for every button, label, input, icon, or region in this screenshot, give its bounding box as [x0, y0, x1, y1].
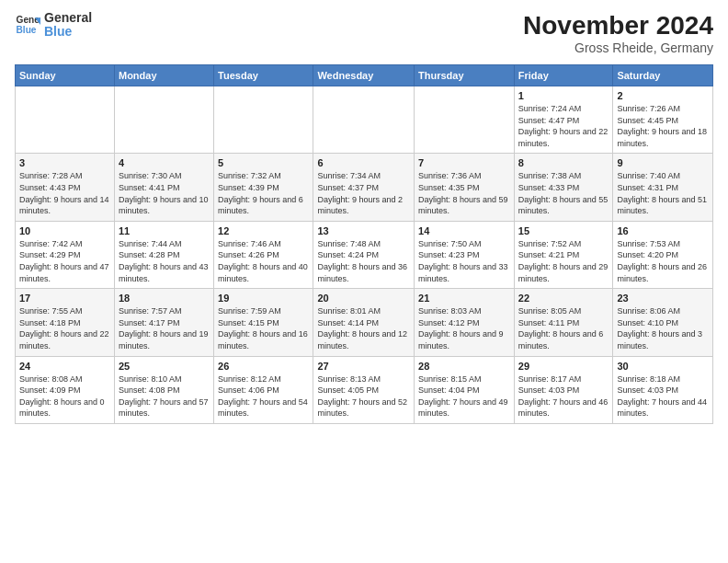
day-cell: 22Sunrise: 8:05 AMSunset: 4:11 PMDayligh… [514, 289, 613, 356]
day-cell: 10Sunrise: 7:42 AMSunset: 4:29 PMDayligh… [16, 221, 115, 288]
day-number: 22 [518, 293, 609, 304]
day-cell: 6Sunrise: 7:34 AMSunset: 4:37 PMDaylight… [313, 154, 415, 221]
day-cell: 7Sunrise: 7:36 AMSunset: 4:35 PMDaylight… [415, 154, 515, 221]
day-number: 30 [617, 361, 709, 372]
title-block: November 2024 Gross Rheide, Germany [523, 11, 713, 55]
day-info: Sunrise: 7:28 AMSunset: 4:43 PMDaylight:… [19, 170, 110, 216]
day-number: 13 [317, 225, 410, 236]
day-number: 19 [218, 293, 309, 304]
day-cell: 2Sunrise: 7:26 AMSunset: 4:45 PMDaylight… [613, 86, 713, 154]
day-info: Sunrise: 7:26 AMSunset: 4:45 PMDaylight:… [617, 103, 709, 149]
day-cell: 14Sunrise: 7:50 AMSunset: 4:23 PMDayligh… [415, 221, 515, 288]
col-wednesday: Wednesday [313, 65, 415, 86]
day-cell: 12Sunrise: 7:46 AMSunset: 4:26 PMDayligh… [214, 221, 313, 288]
day-cell: 20Sunrise: 8:01 AMSunset: 4:14 PMDayligh… [313, 289, 415, 356]
day-number: 17 [19, 293, 110, 304]
col-thursday: Thursday [415, 65, 515, 86]
day-info: Sunrise: 7:42 AMSunset: 4:29 PMDaylight:… [19, 238, 110, 284]
col-monday: Monday [114, 65, 213, 86]
day-number: 15 [518, 225, 609, 236]
day-cell: 17Sunrise: 7:55 AMSunset: 4:18 PMDayligh… [16, 289, 115, 356]
day-cell: 1Sunrise: 7:24 AMSunset: 4:47 PMDaylight… [514, 86, 613, 154]
col-tuesday: Tuesday [214, 65, 313, 86]
day-number: 1 [518, 90, 609, 101]
day-cell: 27Sunrise: 8:13 AMSunset: 4:05 PMDayligh… [313, 356, 415, 423]
day-number: 14 [418, 225, 510, 236]
day-info: Sunrise: 8:10 AMSunset: 4:08 PMDaylight:… [119, 373, 210, 419]
day-cell: 15Sunrise: 7:52 AMSunset: 4:21 PMDayligh… [514, 221, 613, 288]
logo-icon: General Blue [15, 12, 40, 38]
day-cell: 5Sunrise: 7:32 AMSunset: 4:39 PMDaylight… [214, 154, 313, 221]
week-row-1: 1Sunrise: 7:24 AMSunset: 4:47 PMDaylight… [16, 86, 713, 154]
day-info: Sunrise: 8:05 AMSunset: 4:11 PMDaylight:… [518, 305, 609, 351]
day-number: 7 [418, 157, 510, 168]
calendar-table: Sunday Monday Tuesday Wednesday Thursday… [15, 64, 713, 424]
day-cell: 26Sunrise: 8:12 AMSunset: 4:06 PMDayligh… [214, 356, 313, 423]
day-info: Sunrise: 8:01 AMSunset: 4:14 PMDaylight:… [317, 305, 410, 351]
day-info: Sunrise: 7:57 AMSunset: 4:17 PMDaylight:… [119, 305, 210, 351]
day-number: 20 [317, 293, 410, 304]
day-info: Sunrise: 7:48 AMSunset: 4:24 PMDaylight:… [317, 238, 410, 284]
day-number: 9 [617, 157, 709, 168]
day-cell [214, 86, 313, 154]
day-info: Sunrise: 7:30 AMSunset: 4:41 PMDaylight:… [119, 170, 210, 216]
calendar-subtitle: Gross Rheide, Germany [523, 40, 713, 55]
day-cell [313, 86, 415, 154]
day-cell: 18Sunrise: 7:57 AMSunset: 4:17 PMDayligh… [114, 289, 213, 356]
day-cell: 24Sunrise: 8:08 AMSunset: 4:09 PMDayligh… [16, 356, 115, 423]
day-cell: 19Sunrise: 7:59 AMSunset: 4:15 PMDayligh… [214, 289, 313, 356]
day-number: 21 [418, 293, 510, 304]
day-cell [16, 86, 115, 154]
day-cell [415, 86, 515, 154]
day-number: 24 [19, 361, 110, 372]
day-info: Sunrise: 8:17 AMSunset: 4:03 PMDaylight:… [518, 373, 609, 419]
day-cell: 16Sunrise: 7:53 AMSunset: 4:20 PMDayligh… [613, 221, 713, 288]
day-number: 2 [617, 90, 709, 101]
day-cell: 29Sunrise: 8:17 AMSunset: 4:03 PMDayligh… [514, 356, 613, 423]
day-number: 27 [317, 361, 410, 372]
day-number: 5 [218, 157, 309, 168]
day-number: 28 [418, 361, 510, 372]
page-container: General Blue General Blue November 2024 … [0, 0, 728, 431]
day-number: 29 [518, 361, 609, 372]
day-number: 6 [317, 157, 410, 168]
col-saturday: Saturday [613, 65, 713, 86]
day-number: 16 [617, 225, 709, 236]
day-number: 26 [218, 361, 309, 372]
day-info: Sunrise: 7:38 AMSunset: 4:33 PMDaylight:… [518, 170, 609, 216]
day-info: Sunrise: 7:52 AMSunset: 4:21 PMDaylight:… [518, 238, 609, 284]
day-number: 11 [119, 225, 210, 236]
day-number: 23 [617, 293, 709, 304]
day-number: 10 [19, 225, 110, 236]
day-info: Sunrise: 8:18 AMSunset: 4:03 PMDaylight:… [617, 373, 709, 419]
day-cell: 3Sunrise: 7:28 AMSunset: 4:43 PMDaylight… [16, 154, 115, 221]
day-info: Sunrise: 7:46 AMSunset: 4:26 PMDaylight:… [218, 238, 309, 284]
day-cell: 30Sunrise: 8:18 AMSunset: 4:03 PMDayligh… [613, 356, 713, 423]
day-cell: 9Sunrise: 7:40 AMSunset: 4:31 PMDaylight… [613, 154, 713, 221]
day-info: Sunrise: 7:40 AMSunset: 4:31 PMDaylight:… [617, 170, 709, 216]
day-number: 3 [19, 157, 110, 168]
day-info: Sunrise: 8:15 AMSunset: 4:04 PMDaylight:… [418, 373, 510, 419]
day-info: Sunrise: 7:32 AMSunset: 4:39 PMDaylight:… [218, 170, 309, 216]
calendar-title: November 2024 [523, 11, 713, 40]
day-info: Sunrise: 7:53 AMSunset: 4:20 PMDaylight:… [617, 238, 709, 284]
day-number: 8 [518, 157, 609, 168]
day-number: 12 [218, 225, 309, 236]
day-info: Sunrise: 7:36 AMSunset: 4:35 PMDaylight:… [418, 170, 510, 216]
day-number: 4 [119, 157, 210, 168]
day-cell: 11Sunrise: 7:44 AMSunset: 4:28 PMDayligh… [114, 221, 213, 288]
day-info: Sunrise: 7:50 AMSunset: 4:23 PMDaylight:… [418, 238, 510, 284]
day-cell: 4Sunrise: 7:30 AMSunset: 4:41 PMDaylight… [114, 154, 213, 221]
logo-line2: Blue [44, 25, 92, 39]
svg-text:Blue: Blue [17, 26, 37, 36]
logo-line1: General [44, 11, 92, 25]
day-info: Sunrise: 8:12 AMSunset: 4:06 PMDaylight:… [218, 373, 309, 419]
day-number: 18 [119, 293, 210, 304]
day-cell [114, 86, 213, 154]
col-sunday: Sunday [16, 65, 115, 86]
day-number: 25 [119, 361, 210, 372]
day-cell: 25Sunrise: 8:10 AMSunset: 4:08 PMDayligh… [114, 356, 213, 423]
day-info: Sunrise: 8:08 AMSunset: 4:09 PMDaylight:… [19, 373, 110, 419]
week-row-4: 17Sunrise: 7:55 AMSunset: 4:18 PMDayligh… [16, 289, 713, 356]
week-row-3: 10Sunrise: 7:42 AMSunset: 4:29 PMDayligh… [16, 221, 713, 288]
